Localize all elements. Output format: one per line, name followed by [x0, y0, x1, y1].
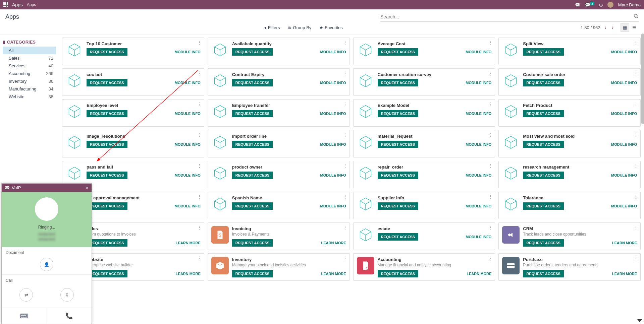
request-access-button[interactable]: REQUEST ACCESS: [523, 172, 564, 179]
card-menu-icon[interactable]: ⋮: [634, 163, 638, 169]
card-menu-icon[interactable]: ⋮: [488, 256, 493, 261]
voip-header[interactable]: ☎ VoIP ✕: [2, 184, 92, 192]
close-icon[interactable]: ✕: [85, 185, 89, 190]
module-info-link[interactable]: MODULE INFO: [175, 112, 201, 116]
request-access-button[interactable]: REQUEST ACCESS: [87, 141, 127, 148]
request-access-button[interactable]: REQUEST ACCESS: [87, 239, 127, 247]
request-access-button[interactable]: REQUEST ACCESS: [378, 233, 419, 241]
learn-more-link[interactable]: LEARN MORE: [467, 272, 491, 276]
module-info-link[interactable]: MODULE INFO: [175, 50, 201, 54]
card-menu-icon[interactable]: ⋮: [343, 163, 347, 169]
request-access-button[interactable]: REQUEST ACCESS: [523, 141, 564, 148]
module-info-link[interactable]: MODULE INFO: [320, 204, 346, 208]
request-access-button[interactable]: REQUEST ACCESS: [378, 202, 419, 210]
card-menu-icon[interactable]: ⋮: [343, 225, 347, 230]
card-menu-icon[interactable]: ⋮: [343, 256, 347, 261]
learn-more-link[interactable]: LEARN MORE: [612, 241, 637, 245]
request-access-button[interactable]: REQUEST ACCESS: [523, 270, 564, 277]
module-info-link[interactable]: MODULE INFO: [611, 173, 637, 177]
expand-down-icon[interactable]: [637, 319, 642, 322]
learn-more-link[interactable]: LEARN MORE: [176, 241, 201, 245]
card-menu-icon[interactable]: ⋮: [197, 102, 202, 107]
sidebar-item-all[interactable]: All: [3, 47, 56, 54]
card-menu-icon[interactable]: ⋮: [197, 71, 202, 76]
module-info-link[interactable]: MODULE INFO: [320, 50, 346, 54]
request-access-button[interactable]: REQUEST ACCESS: [378, 48, 419, 56]
request-access-button[interactable]: REQUEST ACCESS: [523, 239, 564, 247]
request-access-button[interactable]: REQUEST ACCESS: [87, 202, 127, 210]
apps-menu-icon[interactable]: [3, 2, 8, 7]
module-info-link[interactable]: MODULE INFO: [175, 204, 201, 208]
module-info-link[interactable]: MODULE INFO: [175, 81, 201, 85]
module-info-link[interactable]: MODULE INFO: [466, 112, 491, 116]
request-access-button[interactable]: REQUEST ACCESS: [523, 202, 564, 210]
request-access-button[interactable]: REQUEST ACCESS: [87, 48, 127, 56]
breadcrumb[interactable]: Apps: [27, 2, 36, 7]
card-menu-icon[interactable]: ⋮: [634, 256, 638, 261]
list-view-button[interactable]: ☰: [630, 23, 639, 32]
favorites-button[interactable]: ★Favorites: [319, 25, 342, 30]
card-menu-icon[interactable]: ⋮: [488, 71, 493, 76]
request-access-button[interactable]: REQUEST ACCESS: [87, 110, 127, 117]
module-info-link[interactable]: MODULE INFO: [466, 235, 491, 239]
request-access-button[interactable]: REQUEST ACCESS: [232, 110, 273, 117]
search-input[interactable]: [380, 12, 639, 22]
chat-icon[interactable]: 💬2: [585, 2, 594, 7]
module-info-link[interactable]: MODULE INFO: [175, 142, 201, 146]
sidebar-item-sales[interactable]: Sales71: [3, 54, 56, 62]
card-menu-icon[interactable]: ⋮: [197, 40, 202, 45]
card-menu-icon[interactable]: ⋮: [488, 40, 493, 45]
keyboard-button[interactable]: ⌨: [2, 308, 47, 323]
card-menu-icon[interactable]: ⋮: [634, 225, 638, 230]
sidebar-item-services[interactable]: Services40: [3, 62, 56, 70]
learn-more-link[interactable]: LEARN MORE: [321, 272, 346, 276]
open-contact-button[interactable]: 👤: [40, 258, 53, 271]
clock-icon[interactable]: ◷: [599, 2, 603, 7]
transfer-button[interactable]: ⇄: [19, 288, 33, 302]
module-info-link[interactable]: MODULE INFO: [466, 204, 491, 208]
card-menu-icon[interactable]: ⋮: [197, 256, 202, 261]
request-access-button[interactable]: REQUEST ACCESS: [523, 79, 564, 86]
module-info-link[interactable]: MODULE INFO: [611, 81, 637, 85]
request-access-button[interactable]: REQUEST ACCESS: [378, 270, 419, 277]
request-access-button[interactable]: REQUEST ACCESS: [232, 48, 273, 56]
card-menu-icon[interactable]: ⋮: [488, 194, 493, 199]
request-access-button[interactable]: REQUEST ACCESS: [87, 270, 127, 277]
card-menu-icon[interactable]: ⋮: [488, 225, 493, 230]
card-menu-icon[interactable]: ⋮: [343, 71, 347, 76]
card-menu-icon[interactable]: ⋮: [634, 102, 638, 107]
module-info-link[interactable]: MODULE INFO: [611, 142, 637, 146]
module-info-link[interactable]: MODULE INFO: [320, 173, 346, 177]
card-menu-icon[interactable]: ⋮: [634, 132, 638, 138]
sidebar-item-website[interactable]: Website38: [3, 93, 56, 101]
avatar[interactable]: [607, 2, 613, 8]
module-info-link[interactable]: MODULE INFO: [466, 142, 491, 146]
request-access-button[interactable]: REQUEST ACCESS: [232, 141, 273, 148]
learn-more-link[interactable]: LEARN MORE: [176, 272, 201, 276]
card-menu-icon[interactable]: ⋮: [634, 40, 638, 45]
request-access-button[interactable]: REQUEST ACCESS: [523, 48, 564, 56]
card-menu-icon[interactable]: ⋮: [488, 102, 493, 107]
request-access-button[interactable]: REQUEST ACCESS: [232, 270, 273, 277]
learn-more-link[interactable]: LEARN MORE: [321, 241, 346, 245]
pager-next-icon[interactable]: ›: [611, 24, 614, 30]
request-access-button[interactable]: REQUEST ACCESS: [523, 110, 564, 117]
card-menu-icon[interactable]: ⋮: [197, 132, 202, 138]
request-access-button[interactable]: REQUEST ACCESS: [378, 110, 419, 117]
request-access-button[interactable]: REQUEST ACCESS: [378, 172, 419, 179]
module-info-link[interactable]: MODULE INFO: [611, 204, 637, 208]
scrollbar[interactable]: [641, 34, 644, 124]
sidebar-item-accounting[interactable]: Accounting266: [3, 70, 56, 77]
module-info-link[interactable]: MODULE INFO: [320, 142, 346, 146]
request-access-button[interactable]: REQUEST ACCESS: [378, 79, 419, 86]
module-info-link[interactable]: MODULE INFO: [320, 112, 346, 116]
filters-button[interactable]: ▾Filters: [264, 25, 280, 30]
module-info-link[interactable]: MODULE INFO: [466, 173, 491, 177]
module-info-link[interactable]: MODULE INFO: [466, 50, 491, 54]
groupby-button[interactable]: ≋Group By: [288, 25, 311, 30]
request-access-button[interactable]: REQUEST ACCESS: [378, 141, 419, 148]
brand[interactable]: Apps: [12, 2, 23, 7]
learn-more-link[interactable]: LEARN MORE: [612, 272, 637, 276]
sidebar-item-manufacturing[interactable]: Manufacturing34: [3, 85, 56, 93]
module-info-link[interactable]: MODULE INFO: [175, 173, 201, 177]
